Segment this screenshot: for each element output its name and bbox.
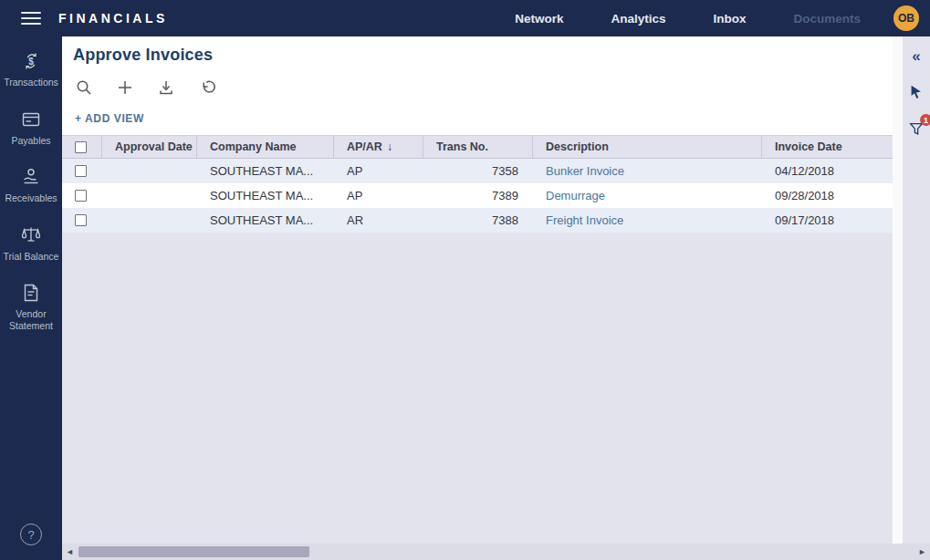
horizontal-scrollbar-thumb[interactable] [78, 546, 309, 557]
grid-empty-area [62, 233, 893, 560]
sidebar-item-label: Receivables [5, 192, 57, 204]
pointer-tool-button[interactable] [906, 82, 926, 102]
reset-button[interactable] [198, 78, 216, 97]
user-avatar[interactable]: OB [893, 5, 919, 31]
left-sidebar: $ Transactions Payables Receivables [0, 36, 62, 560]
vendor-statement-document-icon [20, 282, 42, 304]
nav-network[interactable]: Network [515, 12, 563, 26]
cell-invoice-date: 09/28/2018 [762, 189, 893, 202]
menu-icon[interactable] [21, 8, 41, 28]
description-link[interactable]: Bunker Invoice [546, 164, 624, 178]
search-icon [75, 78, 93, 97]
toolbar [62, 65, 893, 97]
search-button[interactable] [75, 78, 93, 97]
table-row[interactable]: SOUTHEAST MA... AR 7388 Freight Invoice … [62, 208, 893, 233]
cell-company-name: SOUTHEAST MA... [197, 213, 334, 227]
sidebar-item-trial-balance[interactable]: Trial Balance [1, 224, 61, 263]
trial-balance-scale-icon [20, 224, 42, 246]
column-header-description[interactable]: Description [533, 136, 762, 158]
description-link[interactable]: Freight Invoice [546, 213, 623, 227]
sidebar-item-label: Transactions [4, 77, 58, 88]
column-header-company-name[interactable]: Company Name [197, 136, 334, 158]
top-bar: FINANCIALS Network Analytics Inbox Docum… [0, 0, 930, 36]
page-title: Approve Invoices [73, 46, 893, 65]
horizontal-scrollbar[interactable]: ◄ ► [62, 544, 930, 560]
cell-company-name: SOUTHEAST MA... [197, 164, 334, 178]
cell-apar: AP [334, 164, 423, 178]
nav-inbox[interactable]: Inbox [713, 12, 746, 26]
cell-trans-no: 7389 [423, 189, 533, 202]
table-header-row: Approval Date Company Name AP/AR ↓ Trans… [62, 135, 893, 159]
cell-apar: AR [334, 213, 423, 227]
svg-text:$: $ [28, 57, 34, 67]
cell-company-name: SOUTHEAST MA... [197, 189, 334, 202]
filter-button[interactable]: 1 [906, 119, 926, 139]
column-header-approval-date[interactable]: Approval Date [102, 136, 197, 158]
scroll-right-arrow-icon[interactable]: ► [918, 547, 926, 556]
cell-invoice-date: 04/12/2018 [762, 164, 893, 178]
add-button[interactable] [116, 78, 134, 97]
sidebar-item-transactions[interactable]: $ Transactions [1, 50, 61, 88]
description-link[interactable]: Demurrage [546, 189, 605, 202]
add-view-button[interactable]: + ADD VIEW [75, 112, 144, 125]
top-nav: Network Analytics Inbox Documents [515, 12, 861, 26]
transactions-dollar-icon: $ [20, 50, 42, 72]
row-checkbox[interactable] [75, 214, 87, 226]
right-panel: « 1 [903, 36, 930, 560]
row-checkbox[interactable] [75, 165, 87, 177]
cursor-pointer-icon [908, 84, 925, 100]
sort-descending-icon: ↓ [387, 140, 392, 153]
vertical-scrollbar[interactable] [893, 36, 903, 560]
export-button[interactable] [157, 78, 175, 97]
column-header-apar[interactable]: AP/AR ↓ [334, 136, 423, 158]
nav-documents[interactable]: Documents [793, 12, 861, 26]
cell-trans-no: 7388 [423, 213, 533, 227]
app-window: FINANCIALS Network Analytics Inbox Docum… [0, 0, 930, 560]
filter-count-badge: 1 [920, 114, 930, 126]
sidebar-item-receivables[interactable]: Receivables [1, 166, 61, 204]
main-content: Approve Invoices [62, 36, 893, 560]
cell-invoice-date: 09/17/2018 [762, 213, 893, 227]
column-header-invoice-date[interactable]: Invoice Date [762, 136, 893, 158]
plus-icon [116, 78, 134, 97]
sidebar-item-label: Payables [11, 135, 50, 147]
cell-apar: AP [334, 189, 423, 202]
select-all-checkbox[interactable] [75, 141, 87, 153]
payables-card-icon [20, 109, 42, 130]
cell-trans-no: 7358 [423, 164, 533, 178]
undo-icon [198, 78, 216, 97]
row-checkbox[interactable] [75, 190, 87, 202]
column-label: AP/AR [347, 140, 382, 153]
double-chevron-left-icon: « [912, 48, 920, 64]
main-layout: $ Transactions Payables Receivables [0, 36, 930, 560]
download-icon [157, 78, 175, 97]
help-button[interactable]: ? [20, 524, 42, 545]
sidebar-item-label: Vendor Statement [1, 308, 61, 331]
sidebar-item-vendor-statement[interactable]: Vendor Statement [1, 282, 61, 331]
collapse-panel-button[interactable]: « [906, 46, 926, 66]
receivables-hand-coin-icon [20, 166, 42, 188]
table-row[interactable]: SOUTHEAST MA... AP 7358 Bunker Invoice 0… [62, 159, 893, 183]
nav-analytics[interactable]: Analytics [611, 12, 665, 26]
column-header-trans-no[interactable]: Trans No. [423, 136, 533, 158]
app-title: FINANCIALS [58, 11, 168, 26]
sidebar-item-payables[interactable]: Payables [1, 109, 61, 147]
sidebar-item-label: Trial Balance [4, 251, 59, 263]
table-row[interactable]: SOUTHEAST MA... AP 7389 Demurrage 09/28/… [62, 183, 893, 208]
scroll-left-arrow-icon[interactable]: ◄ [66, 547, 74, 556]
